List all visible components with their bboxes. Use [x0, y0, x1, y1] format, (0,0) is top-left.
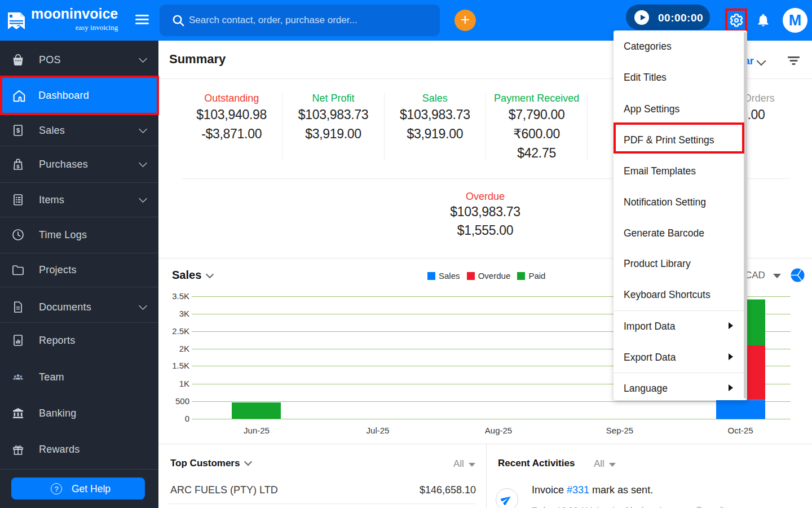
svg-text:1.5K: 1.5K [172, 361, 189, 370]
svg-text:1K: 1K [179, 379, 189, 388]
svg-text:$: $ [16, 163, 20, 169]
svg-text:500: 500 [175, 396, 189, 406]
svg-text:$: $ [16, 127, 20, 134]
svg-text:0: 0 [185, 414, 189, 423]
svg-text:2.5K: 2.5K [172, 326, 189, 336]
svg-text:3.5K: 3.5K [172, 292, 189, 301]
svg-text:3K: 3K [179, 309, 189, 318]
svg-text:2K: 2K [179, 344, 189, 353]
